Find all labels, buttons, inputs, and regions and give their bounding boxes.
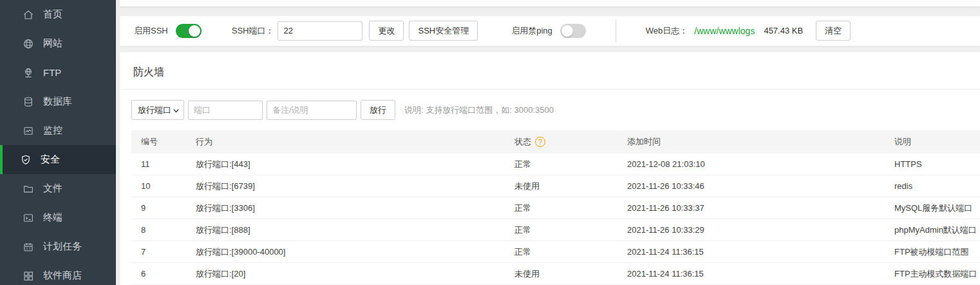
sidebar-item-label: 终端 — [43, 211, 62, 224]
col-header-added: 添加时间 — [617, 136, 885, 148]
sidebar-item-monitor[interactable]: 监控 — [0, 116, 116, 145]
sidebar-item-ftp[interactable]: FTP — [0, 58, 116, 87]
home-icon — [23, 9, 34, 21]
database-icon — [23, 96, 34, 108]
baota-panel: 首页 网站 FTP 数据库 监控 安全 — [0, 0, 980, 285]
cell-id: 8 — [131, 225, 186, 235]
sidebar-item-appstore[interactable]: 软件商店 — [0, 261, 116, 285]
toggle-knob — [561, 25, 573, 37]
cell-status: 未使用 — [505, 268, 617, 280]
table-row: 7 放行端口:[39000-40000] 正常 2021-11-24 11:36… — [131, 241, 980, 263]
table-row: 6 放行端口:[20] 未使用 2021-11-24 11:36:15 FTP主… — [131, 263, 980, 285]
sidebar-item-terminal[interactable]: 终端 — [0, 203, 116, 232]
sidebar-item-cron[interactable]: 计划任务 — [0, 232, 116, 261]
cell-note: HTTPS — [885, 159, 980, 169]
ssh-toggle[interactable] — [176, 24, 202, 38]
divider — [120, 89, 980, 90]
col-header-status: 状态 ? — [505, 136, 617, 148]
col-header-action: 行为 — [186, 136, 505, 148]
table-row: 9 放行端口:[3306] 正常 2021-11-26 10:33:37 MyS… — [131, 197, 980, 219]
table-row: 11 放行端口:[443] 正常 2021-12-08 21:03:10 HTT… — [131, 153, 980, 175]
cell-action: 放行端口:[888] — [186, 224, 505, 236]
cell-added-time: 2021-12-08 21:03:10 — [617, 159, 885, 169]
cell-added-time: 2021-11-24 11:36:15 — [617, 269, 885, 279]
sidebar-item-site[interactable]: 网站 — [0, 29, 116, 58]
cell-status: 正常 — [505, 246, 617, 258]
sidebar-item-label: 计划任务 — [43, 241, 82, 253]
sidebar-item-security[interactable]: 安全 — [0, 145, 116, 174]
toggle-knob — [189, 25, 200, 37]
weblog-label: Web日志： — [646, 25, 688, 37]
ssh-security-button[interactable]: SSH安全管理 — [409, 21, 478, 41]
sidebar-item-label: 监控 — [43, 124, 62, 137]
table-row: 8 放行端口:[888] 正常 2021-11-26 10:33:29 phpM… — [131, 219, 980, 241]
globe-icon — [23, 38, 34, 50]
calendar-icon — [23, 241, 34, 253]
sidebar-item-label: 软件商店 — [43, 270, 82, 282]
sidebar-item-label: 数据库 — [43, 95, 72, 108]
status-help-icon[interactable]: ? — [535, 137, 545, 147]
enable-ssh-field: 启用SSH — [134, 24, 202, 38]
cell-added-time: 2021-11-26 10:33:46 — [617, 181, 885, 191]
cell-added-time: 2021-11-26 10:33:29 — [617, 225, 885, 235]
weblog-path-link[interactable]: /www/wwwlogs — [694, 26, 755, 36]
app-grid-icon — [23, 270, 34, 282]
cell-added-time: 2021-11-26 10:33:37 — [617, 203, 885, 213]
firewall-hint: 说明: 支持放行端口范围，如: 3000:3500 — [404, 104, 554, 116]
cell-note: redis — [885, 181, 980, 191]
disable-ping-label: 启用禁ping — [511, 25, 552, 37]
rule-type-select[interactable]: 放行端口 — [131, 100, 184, 120]
sidebar-item-database[interactable]: 数据库 — [0, 87, 116, 116]
cell-action: 放行端口:[443] — [186, 159, 505, 170]
firewall-title: 防火墙 — [131, 52, 968, 89]
monitor-icon — [23, 125, 34, 137]
ssh-settings-panel: 启用SSH SSH端口： 更改 SSH安全管理 启用禁ping Web日志： /… — [120, 16, 980, 46]
col-header-note: 说明 — [885, 136, 980, 148]
sidebar-item-files[interactable]: 文件 — [0, 174, 116, 203]
cell-action: 放行端口:[20] — [186, 268, 505, 280]
col-header-id: 编号 — [131, 136, 186, 148]
vertical-divider — [616, 19, 616, 43]
cell-action: 放行端口:[6739] — [186, 181, 505, 192]
cell-action: 放行端口:[39000-40000] — [186, 246, 505, 258]
firewall-table: 编号 行为 状态 ? 添加时间 说明 11 放行端口:[443] — [131, 130, 980, 285]
cell-status: 正常 — [505, 224, 617, 236]
cell-id: 9 — [131, 203, 186, 213]
cell-note: MySQL服务默认端口 — [885, 202, 980, 214]
table-row: 10 放行端口:[6739] 未使用 2021-11-26 10:33:46 r… — [131, 175, 980, 197]
cell-status: 正常 — [505, 202, 617, 214]
sidebar: 首页 网站 FTP 数据库 监控 安全 — [0, 0, 116, 285]
terminal-icon — [23, 212, 34, 224]
weblog-field: Web日志： /www/wwwlogs 457.43 KB 清空 — [646, 21, 851, 41]
port-input[interactable] — [188, 101, 263, 120]
cell-note: FTP主动模式数据端口 — [885, 268, 980, 280]
sidebar-item-label: FTP — [43, 67, 61, 78]
ssh-port-label: SSH端口： — [232, 25, 274, 37]
folder-icon — [23, 183, 34, 195]
cell-added-time: 2021-11-24 11:36:15 — [617, 247, 885, 257]
change-port-button[interactable]: 更改 — [369, 21, 404, 41]
enable-ssh-label: 启用SSH — [134, 25, 168, 37]
table-body: 11 放行端口:[443] 正常 2021-12-08 21:03:10 HTT… — [131, 153, 980, 285]
cell-note: phpMyAdmin默认端口 — [885, 224, 980, 236]
sidebar-item-home[interactable]: 首页 — [0, 0, 116, 29]
allow-port-button[interactable]: 放行 — [361, 100, 395, 120]
shield-icon — [20, 154, 32, 166]
firewall-form: 放行端口 放行 说明: 支持放行端口范围，如: 3000:3500 — [131, 100, 968, 120]
cell-note: FTP被动模端口范围 — [885, 246, 980, 258]
note-input[interactable] — [267, 101, 357, 120]
disable-ping-field: 启用禁ping — [511, 24, 586, 38]
sidebar-item-label: 网站 — [43, 37, 62, 50]
firewall-panel: 防火墙 放行端口 放行 说明: 支持放行端口范围，如: 3000:3500 — [120, 52, 980, 285]
cell-status: 未使用 — [505, 181, 617, 192]
cell-id: 6 — [131, 269, 186, 279]
sidebar-item-label: 安全 — [41, 153, 60, 166]
ping-toggle[interactable] — [560, 24, 586, 38]
main-content: 启用SSH SSH端口： 更改 SSH安全管理 启用禁ping Web日志： /… — [116, 0, 980, 285]
weblog-size: 457.43 KB — [764, 26, 803, 35]
ssh-port-input[interactable] — [278, 21, 363, 41]
cell-id: 11 — [131, 159, 186, 169]
clear-log-button[interactable]: 清空 — [816, 21, 851, 41]
top-bar — [120, 0, 980, 6]
sidebar-item-label: 文件 — [43, 182, 62, 195]
